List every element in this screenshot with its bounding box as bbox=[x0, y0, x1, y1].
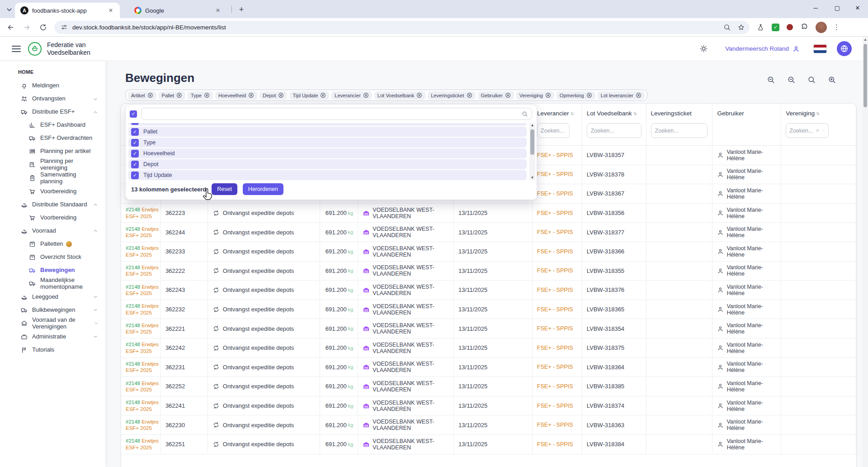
column-option-type[interactable]: Type bbox=[128, 138, 527, 148]
profile-avatar[interactable] bbox=[816, 22, 827, 33]
bookmark-star-icon[interactable] bbox=[737, 24, 745, 31]
search-icon[interactable] bbox=[807, 76, 816, 84]
table-row[interactable]: #2148 ErwtjesESF+ 2025362230Ontvangst ex… bbox=[121, 415, 856, 435]
column-header-leverancier[interactable]: Leverancier↑↓ bbox=[533, 104, 582, 119]
table-row[interactable]: #2148 ErwtjesESF+ 2025362232Ontvangst ex… bbox=[121, 300, 856, 319]
theme-toggle-icon[interactable] bbox=[699, 44, 708, 53]
sidebar-item-distributie-esf-[interactable]: Distributie ESF+ bbox=[0, 105, 105, 119]
forward-button[interactable] bbox=[21, 21, 33, 33]
table-row[interactable]: #2148 ErwtjesESF+ 2025362243Ontvangst ex… bbox=[121, 281, 856, 300]
tab-close-icon[interactable]: ✕ bbox=[107, 7, 114, 14]
column-chip-vereniging[interactable]: Vereniging bbox=[516, 91, 554, 100]
filter-select[interactable]: Zoeken... bbox=[786, 123, 829, 138]
browser-tab-inactive[interactable]: Google ✕ bbox=[129, 3, 227, 18]
column-chip-hoeveelheid[interactable]: Hoeveelheid bbox=[215, 91, 257, 100]
column-option-artikel[interactable]: Artikel bbox=[128, 123, 527, 126]
sidebar-item-overzicht-stock[interactable]: Overzicht Stock bbox=[0, 251, 105, 264]
address-bar[interactable]: dev.stock.foodbanksit.be/stock/app/nl-BE… bbox=[54, 21, 750, 34]
filter-input[interactable] bbox=[651, 123, 708, 138]
sidebar-item-administratie[interactable]: Administratie bbox=[0, 330, 105, 343]
zoom-lens-icon[interactable] bbox=[723, 24, 731, 31]
remove-chip-icon[interactable] bbox=[584, 92, 592, 98]
reload-button[interactable] bbox=[37, 21, 49, 33]
window-close-button[interactable]: ✕ bbox=[847, 0, 868, 15]
option-checkbox[interactable] bbox=[131, 139, 139, 147]
select-all-checkbox[interactable] bbox=[130, 110, 137, 118]
extensions-puzzle-icon[interactable] bbox=[800, 23, 808, 31]
reset-button[interactable]: Reset bbox=[212, 183, 237, 195]
filter-input[interactable] bbox=[587, 123, 642, 138]
column-chip-leveringsticket[interactable]: Leveringsticket bbox=[428, 91, 475, 100]
remove-chip-icon[interactable] bbox=[633, 92, 642, 98]
remove-chip-icon[interactable] bbox=[145, 92, 153, 98]
sidebar-item-ontvangsten[interactable]: Ontvangsten bbox=[0, 92, 105, 105]
option-checkbox[interactable] bbox=[131, 150, 139, 157]
table-row[interactable]: #2148 ErwtjesESF+ 2025362223Ontvangst ex… bbox=[121, 204, 856, 223]
extension-flask-icon[interactable] bbox=[757, 24, 764, 31]
window-maximize-button[interactable]: ▢ bbox=[827, 0, 848, 15]
page-scrollbar[interactable]: ▲ bbox=[863, 37, 868, 467]
remove-chip-icon[interactable] bbox=[414, 92, 422, 98]
sidebar-item-leeggoed[interactable]: Leeggoed bbox=[0, 291, 105, 304]
remove-chip-icon[interactable] bbox=[543, 92, 551, 98]
language-flag-nl[interactable] bbox=[813, 44, 827, 53]
remove-chip-icon[interactable] bbox=[174, 92, 182, 98]
sidebar-item-voorbereiding[interactable]: Voorbereiding bbox=[0, 185, 105, 198]
language-globe-button[interactable] bbox=[837, 41, 852, 56]
sidebar-item-samenvatting-planning[interactable]: Samenvatting planning bbox=[0, 172, 105, 185]
sidebar-item-esf-overdrachten[interactable]: ESF+ Overdrachten bbox=[0, 132, 105, 145]
option-checkbox[interactable] bbox=[131, 161, 139, 168]
option-checkbox[interactable] bbox=[131, 128, 139, 136]
column-option-tijd-update[interactable]: Tijd Update bbox=[128, 170, 527, 180]
zoom-out-icon[interactable] bbox=[787, 76, 796, 84]
extension-record-icon[interactable] bbox=[787, 24, 793, 30]
remove-chip-icon[interactable] bbox=[361, 92, 369, 98]
column-chip-opmerking[interactable]: Opmerking bbox=[557, 91, 595, 100]
table-row[interactable]: #2148 ErwtjesESF+ 2025362241Ontvangst ex… bbox=[121, 396, 856, 416]
browser-tab-active[interactable]: A foodbanks-stock-app ✕ bbox=[15, 3, 120, 18]
column-header-vereniging[interactable]: Vereniging↑↓ bbox=[781, 104, 856, 119]
tab-close-icon[interactable]: ✕ bbox=[214, 7, 222, 14]
table-row[interactable]: #2148 ErwtjesESF+ 2025362251Ontvangst ex… bbox=[121, 435, 856, 454]
sidebar-item-meldingen[interactable]: Meldingen bbox=[0, 79, 105, 92]
table-row[interactable]: #2148 ErwtjesESF+ 2025362244Ontvangst ex… bbox=[121, 223, 856, 242]
remove-chip-icon[interactable] bbox=[246, 92, 254, 98]
table-row[interactable]: #2148 ErwtjesESF+ 2025362231Ontvangst ex… bbox=[121, 358, 856, 377]
zoom-in-icon[interactable] bbox=[828, 76, 836, 84]
column-search-input[interactable] bbox=[145, 111, 522, 117]
option-checkbox[interactable] bbox=[131, 172, 139, 179]
sidebar-item-distributie-standaard[interactable]: Distributie Standaard bbox=[0, 198, 105, 211]
new-tab-button[interactable]: + bbox=[236, 4, 247, 15]
column-search-field[interactable] bbox=[141, 108, 532, 120]
sidebar-item-esf-dashboard[interactable]: ESF+ Dashboard bbox=[0, 119, 105, 132]
table-row[interactable]: #2148 ErwtjesESF+ 2025362233Ontvangst ex… bbox=[121, 242, 856, 262]
clear-filter-icon[interactable] bbox=[815, 128, 820, 133]
tab-search-icon[interactable] bbox=[4, 5, 14, 14]
sidebar-item-planning-per-artikel[interactable]: Planning per artikel bbox=[0, 145, 105, 158]
sort-icon[interactable]: ↑↓ bbox=[816, 110, 819, 116]
site-settings-icon[interactable] bbox=[61, 24, 68, 31]
table-row[interactable]: #2148 ErwtjesESF+ 2025362252Ontvangst ex… bbox=[121, 377, 856, 396]
sort-icon[interactable]: ↑↓ bbox=[633, 110, 636, 116]
filter-select[interactable]: Zoeken... bbox=[537, 123, 570, 138]
sidebar-item-bewegingen[interactable]: Bewegingen bbox=[0, 264, 105, 277]
remove-chip-icon[interactable] bbox=[464, 92, 472, 98]
scroll-down-icon[interactable]: ▼ bbox=[531, 176, 534, 180]
sidebar-item-voorraad[interactable]: Voorraad bbox=[0, 224, 105, 238]
sidebar-item-voorbereiding[interactable]: Voorbereiding bbox=[0, 211, 105, 224]
remove-chip-icon[interactable] bbox=[318, 92, 326, 98]
sidebar-item-maandelijkse-momentopname[interactable]: Maandelijkse momentopname bbox=[0, 277, 105, 291]
browser-menu-icon[interactable]: ⋮ bbox=[833, 23, 840, 31]
user-menu-link[interactable]: Vandermeersch Roland bbox=[725, 45, 789, 52]
column-chip-type[interactable]: Type bbox=[188, 91, 213, 100]
remove-chip-icon[interactable] bbox=[202, 92, 210, 98]
column-chip-leverancier[interactable]: Leverancier bbox=[331, 91, 372, 100]
sidebar-item-tutorials[interactable]: Tutorials bbox=[0, 343, 105, 357]
column-chip-depot[interactable]: Depot bbox=[259, 91, 287, 100]
zoom-out-icon[interactable] bbox=[767, 76, 775, 84]
column-chip-pallet[interactable]: Pallet bbox=[159, 91, 186, 100]
table-row[interactable]: #2148 ErwtjesESF+ 2025362242Ontvangst ex… bbox=[121, 338, 856, 358]
column-chip-artikel[interactable]: Artikel bbox=[128, 91, 156, 100]
scroll-thumb[interactable] bbox=[863, 44, 867, 107]
scroll-up-icon[interactable]: ▲ bbox=[531, 124, 534, 127]
